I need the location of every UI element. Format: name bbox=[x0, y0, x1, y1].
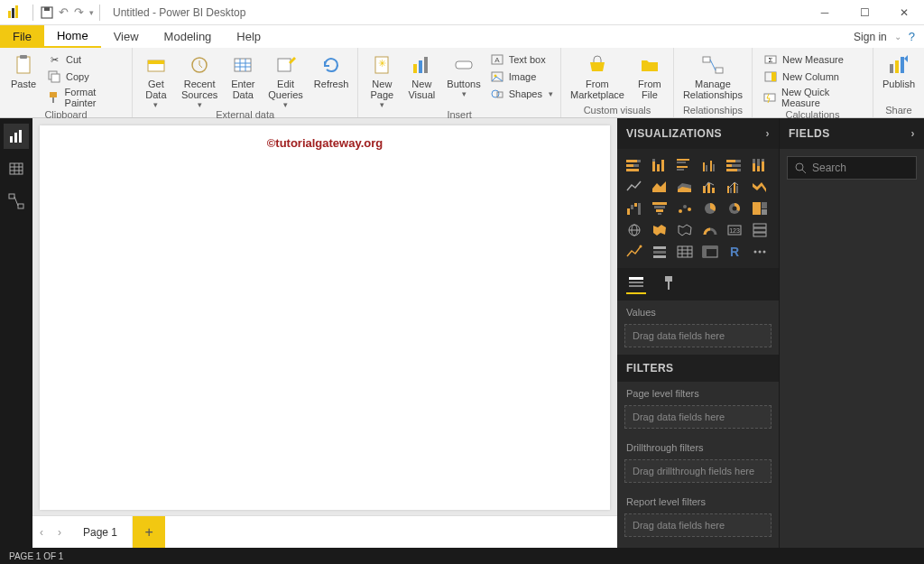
multi-row-card-icon[interactable] bbox=[750, 221, 770, 239]
textbox-button[interactable]: AText box bbox=[486, 51, 557, 68]
sign-in-link[interactable]: Sign in bbox=[854, 31, 887, 43]
close-button[interactable]: ✕ bbox=[884, 0, 924, 25]
fields-well-tab[interactable] bbox=[626, 274, 646, 294]
view-tab[interactable]: View bbox=[101, 25, 152, 48]
drillthrough-dropzone[interactable]: Drag drillthrough fields here bbox=[624, 459, 772, 483]
kpi-icon[interactable] bbox=[624, 243, 644, 261]
svg-rect-91 bbox=[638, 203, 641, 215]
new-column-button[interactable]: New Column bbox=[760, 69, 869, 85]
file-tab[interactable]: File bbox=[0, 25, 44, 48]
copy-icon bbox=[47, 69, 61, 84]
report-canvas[interactable]: ©tutorialgateway.org bbox=[40, 125, 610, 510]
redo-icon[interactable]: ↷ bbox=[74, 5, 84, 19]
fields-search[interactable]: Search bbox=[787, 156, 917, 180]
buttons-button[interactable]: Buttons▾ bbox=[441, 50, 485, 98]
enter-data-button[interactable]: Enter Data bbox=[223, 50, 263, 100]
refresh-button[interactable]: Refresh bbox=[309, 50, 355, 89]
line-chart-icon[interactable] bbox=[624, 178, 644, 196]
new-quick-measure-button[interactable]: New Quick Measure bbox=[760, 86, 869, 109]
recent-sources-button[interactable]: Recent Sources▾ bbox=[176, 50, 223, 109]
help-tab[interactable]: Help bbox=[224, 25, 273, 48]
new-visual-button[interactable]: New Visual bbox=[402, 50, 441, 100]
cut-button[interactable]: ✂Cut bbox=[43, 51, 128, 68]
card-icon[interactable]: 123 bbox=[725, 221, 744, 239]
svg-point-113 bbox=[640, 245, 642, 248]
pie-icon[interactable] bbox=[700, 199, 720, 217]
next-page-icon[interactable]: › bbox=[58, 526, 61, 539]
format-painter-button[interactable]: Format Painter bbox=[43, 86, 128, 109]
publish-button[interactable]: Publish bbox=[877, 50, 920, 89]
slicer-icon[interactable] bbox=[650, 243, 670, 261]
image-icon bbox=[490, 69, 504, 84]
window-title: Untitled - Power BI Desktop bbox=[113, 6, 245, 19]
manage-relationships-button[interactable]: Manage Relationships bbox=[678, 50, 748, 100]
svg-rect-60 bbox=[661, 160, 664, 171]
shape-map-icon[interactable] bbox=[675, 221, 695, 239]
image-button[interactable]: Image bbox=[486, 69, 557, 85]
copy-button[interactable]: Copy bbox=[43, 69, 128, 85]
ribbon-tabs: File Home View Modeling Help Sign in ⌄ ? bbox=[0, 25, 924, 48]
gauge-icon[interactable] bbox=[700, 221, 720, 239]
stacked-bar-icon[interactable] bbox=[624, 156, 644, 174]
format-tab[interactable] bbox=[659, 274, 679, 294]
page-filters-label: Page level filters bbox=[617, 382, 779, 405]
clustered-column-icon[interactable] bbox=[700, 156, 720, 174]
get-data-button[interactable]: Get Data▾ bbox=[136, 50, 176, 109]
svg-rect-67 bbox=[710, 161, 712, 171]
svg-rect-78 bbox=[757, 166, 760, 171]
area-chart-icon[interactable] bbox=[650, 178, 670, 196]
donut-icon[interactable] bbox=[725, 199, 744, 217]
minimize-button[interactable]: ─ bbox=[805, 0, 845, 25]
values-dropzone[interactable]: Drag data fields here bbox=[624, 324, 772, 347]
svg-rect-39 bbox=[890, 64, 893, 73]
clustered-bar-icon[interactable] bbox=[675, 156, 695, 174]
table-icon[interactable] bbox=[675, 243, 695, 261]
scatter-icon[interactable] bbox=[675, 199, 695, 217]
page-filters-dropzone[interactable]: Drag data fields here bbox=[624, 405, 772, 429]
stacked-area-icon[interactable] bbox=[675, 178, 695, 196]
marketplace-button[interactable]: From Marketplace bbox=[565, 50, 630, 100]
report-view-button[interactable] bbox=[4, 124, 29, 149]
qat-dropdown-icon[interactable]: ▾ bbox=[89, 8, 94, 17]
help-icon[interactable]: ? bbox=[909, 30, 915, 43]
treemap-icon[interactable] bbox=[750, 199, 770, 217]
stacked-column-icon[interactable] bbox=[650, 156, 670, 174]
chevron-down-icon[interactable]: ⌄ bbox=[894, 32, 901, 42]
new-measure-button[interactable]: ΣNew Measure bbox=[760, 51, 869, 68]
maximize-button[interactable]: ☐ bbox=[845, 0, 884, 25]
home-tab[interactable]: Home bbox=[44, 25, 101, 48]
svg-rect-80 bbox=[762, 162, 764, 171]
page-tab-1[interactable]: Page 1 bbox=[69, 516, 133, 548]
ribbon-chart-icon[interactable] bbox=[750, 178, 770, 196]
svg-rect-90 bbox=[634, 203, 637, 207]
fields-header[interactable]: FIELDS › bbox=[780, 118, 924, 149]
funnel-icon[interactable] bbox=[650, 199, 670, 217]
report-filters-dropzone[interactable]: Drag data fields here bbox=[624, 513, 772, 537]
r-visual-icon[interactable]: R bbox=[725, 243, 744, 261]
data-view-button[interactable] bbox=[4, 156, 29, 181]
filled-map-icon[interactable] bbox=[650, 221, 670, 239]
add-page-button[interactable]: + bbox=[133, 516, 165, 548]
waterfall-icon[interactable] bbox=[624, 199, 644, 217]
shapes-button[interactable]: Shapes▾ bbox=[486, 86, 557, 102]
publish-icon bbox=[887, 53, 910, 77]
line-stacked-column-icon[interactable] bbox=[700, 178, 720, 196]
modeling-tab[interactable]: Modeling bbox=[152, 25, 225, 48]
edit-queries-button[interactable]: Edit Queries▾ bbox=[263, 50, 309, 109]
100-stacked-column-icon[interactable] bbox=[750, 156, 770, 174]
prev-page-icon[interactable]: ‹ bbox=[40, 526, 43, 539]
matrix-icon[interactable] bbox=[700, 243, 720, 261]
100-stacked-bar-icon[interactable] bbox=[725, 156, 744, 174]
svg-rect-58 bbox=[652, 159, 655, 162]
paste-button[interactable]: Paste bbox=[4, 50, 43, 89]
new-page-button[interactable]: ✳New Page▾ bbox=[362, 50, 402, 109]
save-icon[interactable] bbox=[41, 6, 53, 19]
more-visuals-icon[interactable] bbox=[750, 243, 770, 261]
svg-rect-112 bbox=[753, 233, 766, 236]
visualizations-header[interactable]: VISUALIZATIONS › bbox=[617, 118, 779, 149]
from-file-button[interactable]: From File bbox=[630, 50, 670, 100]
model-view-button[interactable] bbox=[4, 189, 29, 214]
undo-icon[interactable]: ↶ bbox=[59, 5, 69, 19]
line-clustered-column-icon[interactable] bbox=[725, 178, 744, 196]
map-icon[interactable] bbox=[624, 221, 644, 239]
